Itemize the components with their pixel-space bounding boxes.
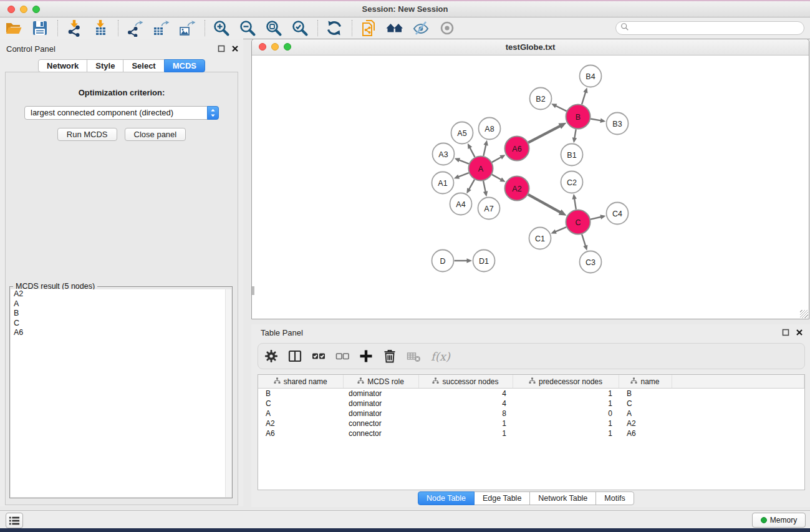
zoom-window-button[interactable] (32, 6, 40, 13)
mcds-result-item-A[interactable]: A (11, 299, 231, 309)
delete-table-button[interactable] (406, 349, 421, 364)
graph-node-A8[interactable]: A8 (479, 118, 501, 140)
table-row-B[interactable]: Bdominator41B (258, 389, 804, 399)
table-cell[interactable]: C (258, 399, 343, 409)
graph-node-C2[interactable]: C2 (561, 172, 583, 193)
table-cell[interactable]: A (258, 409, 343, 418)
run-mcds-button[interactable]: Run MCDS (57, 128, 117, 141)
graph-node-C1[interactable]: C1 (529, 228, 551, 249)
table-cell[interactable]: A2 (619, 418, 672, 428)
minimize-window-button[interactable] (20, 6, 27, 13)
table-cell[interactable]: 1 (513, 418, 619, 428)
show-graphics-details-button[interactable] (438, 19, 457, 37)
graph-node-B2[interactable]: B2 (530, 88, 552, 110)
graph-node-D1[interactable]: D1 (473, 250, 495, 272)
control-panel-float-button[interactable] (218, 44, 226, 52)
open-session-button[interactable] (5, 19, 24, 37)
network-vertical-scroll-thumb[interactable] (252, 286, 254, 295)
graph-node-B4[interactable]: B4 (580, 65, 602, 87)
table-settings-button[interactable] (264, 349, 279, 364)
graph-node-A[interactable]: A (469, 157, 493, 181)
task-history-button[interactable] (6, 513, 23, 528)
graph-node-A3[interactable]: A3 (433, 143, 455, 165)
tab-edge-table[interactable]: Edge Table (474, 491, 530, 505)
network-close-button[interactable] (259, 43, 266, 51)
export-image-button[interactable] (178, 19, 197, 37)
create-column-button[interactable] (359, 349, 374, 364)
graph-edge-A-A5[interactable] (470, 147, 475, 157)
mcds-result-list[interactable]: A2ABCA6 (11, 289, 231, 497)
column-layout-button[interactable] (287, 349, 302, 364)
zoom-out-button[interactable] (239, 19, 258, 37)
tab-mcds[interactable]: MCDS (164, 59, 205, 72)
hide-graphics-details-button[interactable] (412, 19, 431, 37)
table-cell[interactable]: dominator (343, 409, 418, 418)
table-cell[interactable]: 1 (513, 399, 619, 409)
table-cell[interactable]: A2 (258, 418, 343, 428)
graph-edge-A2-C[interactable] (528, 195, 561, 213)
table-row-C[interactable]: Cdominator41C (258, 399, 804, 409)
zoom-fit-button[interactable] (265, 19, 284, 37)
graph-node-C4[interactable]: C4 (607, 203, 629, 225)
graph-edge-C-C4[interactable] (591, 217, 601, 220)
table-row-A2[interactable]: A2connector11A2 (258, 418, 804, 428)
table-cell[interactable]: 4 (418, 399, 513, 409)
table-row-A6[interactable]: A6connector11A6 (258, 428, 804, 438)
table-cell[interactable]: connector (343, 418, 418, 428)
network-window-titlebar[interactable]: testGlobe.txt (252, 39, 809, 56)
search-input[interactable] (632, 23, 804, 33)
table-cell[interactable]: 1 (513, 389, 619, 399)
save-session-button[interactable] (31, 19, 50, 37)
close-window-button[interactable] (7, 6, 15, 13)
tab-network-table[interactable]: Network Table (529, 491, 596, 505)
tab-select[interactable]: Select (123, 59, 164, 72)
network-canvas[interactable]: B4B2BB3A5A8A6B1A3AC2A1A2A4A7C4CC1C3DD1 (252, 56, 809, 319)
graph-node-B[interactable]: B (566, 105, 591, 129)
column-header-MCDS-role[interactable]: MCDS role (343, 375, 418, 389)
table-cell[interactable]: dominator (343, 389, 418, 399)
graph-node-A1[interactable]: A1 (432, 172, 454, 194)
graph-node-C[interactable]: C (566, 210, 591, 235)
table-cell[interactable]: 1 (418, 418, 513, 428)
graph-edge-A-A8[interactable] (483, 145, 486, 156)
table-cell[interactable]: A (619, 409, 672, 418)
table-cell[interactable]: C (619, 399, 672, 409)
zoom-selected-button[interactable] (291, 19, 310, 37)
graph-node-A2[interactable]: A2 (505, 177, 529, 201)
graph-edge-A-A4[interactable] (469, 180, 475, 190)
table-cell[interactable]: A6 (619, 428, 672, 438)
table-cell[interactable]: 0 (513, 409, 619, 418)
table-cell[interactable]: B (258, 389, 343, 399)
export-table-button[interactable] (152, 19, 171, 37)
table-row-A[interactable]: Adominator80A (258, 409, 804, 418)
refresh-network-button[interactable] (325, 19, 344, 37)
graph-node-A6[interactable]: A6 (505, 137, 529, 161)
graph-edge-A6-B[interactable] (528, 126, 560, 143)
table-panel-close-button[interactable] (796, 328, 804, 336)
graph-node-B1[interactable]: B1 (561, 144, 583, 166)
graph-edge-C-C3[interactable] (582, 235, 586, 246)
tab-node-table[interactable]: Node Table (418, 491, 475, 505)
graph-node-D[interactable]: D (432, 250, 454, 272)
column-header-successor-nodes[interactable]: successor nodes (418, 375, 513, 389)
graph-node-B3[interactable]: B3 (607, 113, 629, 135)
tab-network[interactable]: Network (38, 59, 87, 72)
network-minimize-button[interactable] (271, 43, 279, 51)
control-panel-close-button[interactable] (231, 44, 239, 52)
graph-node-A5[interactable]: A5 (451, 122, 473, 144)
table-cell[interactable]: 1 (513, 428, 619, 438)
graph-node-A4[interactable]: A4 (450, 193, 472, 215)
graph-edge-B-B2[interactable] (556, 106, 567, 112)
table-cell[interactable]: 4 (418, 389, 513, 399)
import-table-button[interactable] (92, 19, 110, 37)
mcds-list-scrollbar[interactable] (225, 289, 231, 497)
clone-network-button[interactable] (360, 19, 378, 37)
graph-edge-A-A2[interactable] (492, 175, 501, 180)
delete-column-button[interactable] (382, 349, 397, 364)
graph-edge-A-A1[interactable] (458, 173, 469, 177)
table-cell[interactable]: A6 (258, 428, 343, 438)
graph-edge-A-A6[interactable] (492, 157, 501, 162)
function-builder-button[interactable]: f(x) (431, 350, 450, 363)
show-columns-button[interactable] (311, 349, 326, 364)
optimization-criterion-select[interactable]: largest connected component (directed) (24, 106, 219, 120)
